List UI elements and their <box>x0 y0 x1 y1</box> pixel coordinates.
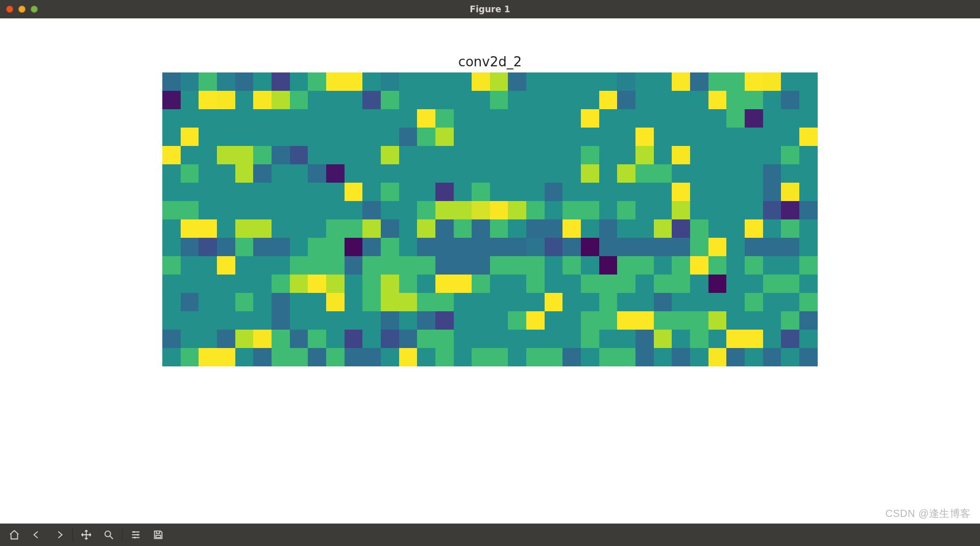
heatmap-cell <box>272 256 290 275</box>
heatmap-cell <box>472 109 490 128</box>
heatmap-cell <box>381 146 399 164</box>
heatmap-cell <box>272 275 290 293</box>
heatmap-cell <box>235 311 254 330</box>
heatmap-cell <box>781 275 799 293</box>
heatmap-cell <box>417 164 435 183</box>
heatmap-cell <box>763 128 781 146</box>
heatmap-cell <box>617 293 635 311</box>
heatmap-cell <box>672 275 690 293</box>
heatmap-cell <box>635 293 654 311</box>
heatmap-cell <box>672 219 690 238</box>
heatmap-cell <box>181 311 199 330</box>
heatmap-cell <box>162 275 181 293</box>
heatmap-cell <box>654 311 672 330</box>
heatmap-cell <box>326 128 345 146</box>
heatmap-cell <box>545 348 563 366</box>
heatmap-cell <box>562 109 581 128</box>
heatmap-cell <box>290 72 308 91</box>
heatmap-cell <box>326 183 345 201</box>
heatmap-cell <box>345 275 363 293</box>
heatmap-cell <box>690 109 708 128</box>
heatmap-cell <box>417 311 435 330</box>
heatmap-cell <box>362 183 381 201</box>
zoom-button[interactable] <box>97 525 120 545</box>
heatmap-cell <box>745 219 763 238</box>
heatmap-cell <box>345 348 363 366</box>
heatmap-cell <box>763 146 781 164</box>
heatmap-cell <box>726 91 745 109</box>
heatmap-cell <box>235 146 254 164</box>
heatmap-cell <box>763 348 781 366</box>
heatmap-cell <box>581 293 599 311</box>
heatmap-cell <box>345 183 363 201</box>
heatmap-cell <box>345 128 363 146</box>
forward-button[interactable] <box>48 525 70 545</box>
heatmap-cell <box>508 109 526 128</box>
heatmap-cell <box>508 256 526 275</box>
heatmap-cell <box>799 219 818 238</box>
heatmap-cell <box>181 146 199 164</box>
heatmap-cell <box>763 72 781 91</box>
back-button[interactable] <box>26 525 48 545</box>
heatmap-cell <box>362 146 381 164</box>
heatmap-cell <box>672 164 690 183</box>
save-button[interactable] <box>147 525 169 545</box>
heatmap-cell <box>308 330 326 348</box>
heatmap-cell <box>745 201 763 219</box>
heatmap-cell <box>162 72 181 91</box>
heatmap-cell <box>562 146 581 164</box>
heatmap-cell <box>290 330 308 348</box>
heatmap-cell <box>472 183 490 201</box>
heatmap-cell <box>381 275 399 293</box>
heatmap-cell <box>472 128 490 146</box>
pan-button[interactable] <box>75 525 97 545</box>
heatmap-cell <box>472 72 490 91</box>
heatmap-cell <box>435 183 454 201</box>
heatmap-cell <box>490 109 508 128</box>
heatmap-cell <box>690 293 708 311</box>
heatmap-cell <box>253 183 272 201</box>
heatmap-cell <box>708 238 727 256</box>
heatmap-cell <box>617 275 635 293</box>
heatmap-cell <box>290 256 308 275</box>
heatmap-cell <box>399 164 418 183</box>
heatmap-cell <box>745 91 763 109</box>
svg-point-2 <box>137 534 139 536</box>
heatmap-cell <box>799 72 818 91</box>
heatmap-cell <box>545 293 563 311</box>
heatmap-cell <box>435 164 454 183</box>
heatmap-cell <box>581 311 599 330</box>
heatmap-cell <box>217 293 235 311</box>
heatmap-cell <box>290 238 308 256</box>
heatmap-cell <box>217 146 235 164</box>
heatmap-cell <box>726 146 745 164</box>
heatmap-cell <box>763 219 781 238</box>
heatmap-cell <box>562 348 581 366</box>
heatmap-cell <box>672 183 690 201</box>
heatmap-cell <box>454 293 472 311</box>
configure-button[interactable] <box>125 525 147 545</box>
heatmap-cell <box>290 219 308 238</box>
heatmap-cell <box>545 146 563 164</box>
home-button[interactable] <box>3 525 26 545</box>
heatmap-cell <box>745 183 763 201</box>
heatmap-cell <box>708 128 727 146</box>
heatmap-cell <box>526 219 545 238</box>
heatmap-cell <box>181 128 199 146</box>
heatmap-cell <box>308 146 326 164</box>
heatmap-cell <box>181 293 199 311</box>
heatmap-cell <box>690 219 708 238</box>
heatmap-cell <box>381 164 399 183</box>
heatmap-cell <box>326 238 345 256</box>
heatmap-cell <box>435 330 454 348</box>
heatmap-cell <box>362 275 381 293</box>
heatmap-cell <box>526 293 545 311</box>
heatmap-cell <box>708 330 727 348</box>
heatmap-cell <box>654 201 672 219</box>
heatmap-cell <box>308 293 326 311</box>
heatmap-cell <box>417 293 435 311</box>
heatmap-cell <box>253 219 272 238</box>
heatmap-cell <box>362 311 381 330</box>
heatmap-cell <box>526 91 545 109</box>
heatmap-cell <box>545 238 563 256</box>
